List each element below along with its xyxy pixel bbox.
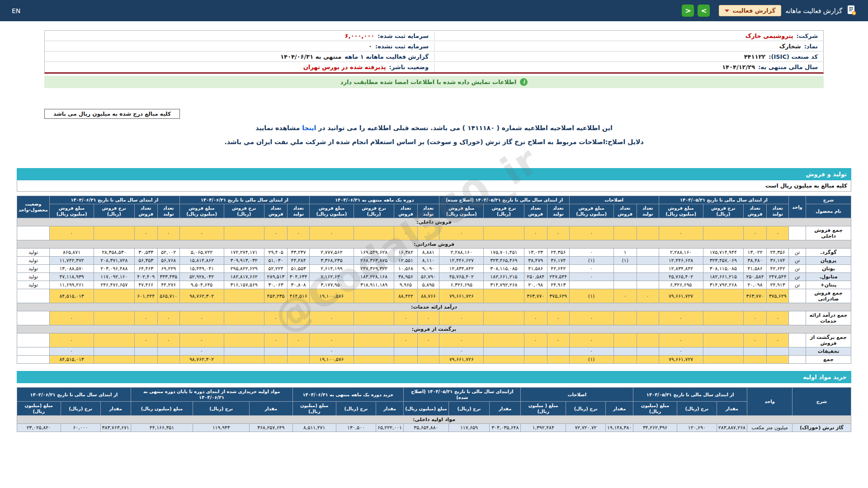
column-header: مبلغ فروش (میلیون ریال) <box>50 204 94 218</box>
value-cell: ۱۸۲,۶۶۱,۲۱۵ <box>703 273 743 281</box>
info-row: سال مالی منتهی به:۱۴۰۴/۱۲/۲۹وضعیت ناشر:پ… <box>45 62 823 72</box>
info-row: شرکت:پتروشیمی خارکسرمایه ثبت شده:۶,۰۰۰,۰… <box>45 31 823 41</box>
value-cell: ۰ <box>569 249 613 257</box>
value-cell: ۰ <box>394 333 417 347</box>
value-cell: ۹۸,۷۶۲,۳۰۲ <box>179 356 224 364</box>
value-cell: ۰ <box>134 333 157 347</box>
report-nav-group: > < <box>682 5 711 17</box>
value-cell: ۱۲,۸۳۴,۸۴۲ <box>439 265 484 273</box>
column-header: مبلغ فروش (میلیون ریال) <box>309 204 354 218</box>
table-row: بوتانتن۴۲,۶۴۲۴۱,۵۸۶۳۰۸,۱۱۵,۰۸۵۱۲,۸۳۴,۸۴۲… <box>17 265 851 273</box>
value-cell: ۴۴,۲۸۴ <box>288 257 310 265</box>
value-cell: ۱۲,۴۴۶,۶۲۷ <box>439 257 484 265</box>
value-cell <box>637 281 659 289</box>
value-cell: ۰ <box>569 265 613 273</box>
value-cell: ۲,۶۱۴,۱۹۹ <box>309 265 354 273</box>
value-cell: ۳۶,۱۷۴ <box>767 257 789 265</box>
value-cell <box>637 311 659 325</box>
value-cell: ۳۳,۲۳۷ <box>288 249 310 257</box>
column-header: تعداد فروش <box>134 204 157 218</box>
value-cell <box>743 347 766 356</box>
value-cell: ۰ <box>157 333 179 347</box>
column-header: تعداد فروش <box>524 204 547 218</box>
value-cell: ۱۸۲,۶۶۱,۲۱۵ <box>484 273 524 281</box>
amendment-note: این اطلاعیه اصلاحیه اطلاعیه شماره ( ۱۴۱۱… <box>0 124 868 131</box>
value-cell: ۴۰۲,۴۰۹ <box>134 273 157 281</box>
value-cell <box>484 333 524 347</box>
column-header: مبلغ فروش (میلیون ریال) <box>569 204 613 218</box>
table-row: پنتان+تن۲۴,۹۱۳۲۰,۰۹۸۳۱۴,۷۹۲,۲۶۸۶,۳۲۶,۶۹۵… <box>17 281 851 289</box>
value-cell: ۰ <box>417 333 439 347</box>
value-cell: ۰ <box>417 311 439 325</box>
value-cell: ۸,۵۱۱,۴۷۱ <box>292 424 336 432</box>
value-cell: ۰ <box>524 333 547 347</box>
value-cell: ۳۸,۴۷۹ <box>524 257 547 265</box>
value-cell <box>613 347 637 356</box>
group-header: از ابتدای سال مالی تا تاریخ ۱۴۰۳/۰۶/۳۱ <box>50 196 180 204</box>
info-cell-left: گزارش فعالیت ماهانه ۱ ماههمنتهی به ۱۴۰۴/… <box>45 52 434 61</box>
table-row: جمع فروش داخلی۰۰۰۰۰۰۰۰۰۰۰۰۰۰۰۰ <box>17 226 851 240</box>
language-toggle-en[interactable]: EN <box>12 7 20 14</box>
value-cell: ۱۶,۳۸۲ <box>394 249 417 257</box>
previous-report-button[interactable]: < <box>682 5 694 17</box>
value-cell <box>767 356 789 364</box>
row-label: گاز ترش (خوراک) <box>793 424 851 432</box>
value-cell <box>394 356 417 364</box>
header-row-columns: نام محصولتعداد تولیدتعداد فروشنرخ فروش (… <box>17 204 851 218</box>
value-cell: ۰ <box>767 333 789 347</box>
value-cell <box>224 226 264 240</box>
value-cell: (۱) <box>569 289 613 303</box>
table-row: جمع برگشت از فروش۰۰۰۰۰۰۰۰۰۰۰۰۰۰۰۰ <box>17 333 851 347</box>
column-header: نرخ (ریال) <box>61 402 100 416</box>
value-cell <box>637 347 659 356</box>
status-cell <box>17 311 50 325</box>
amendment-text-pre: این اطلاعیه اصلاحیه اطلاعیه شماره ( ۱۴۱۱… <box>318 124 613 131</box>
previous-version-link[interactable]: اینجا <box>302 124 316 131</box>
value-cell: ۰ <box>288 226 310 240</box>
value-cell: ۰ <box>547 311 569 325</box>
value-cell: ۱۰,۵۶۸ <box>394 265 417 273</box>
info-value: ۴۴۱۱۲۲ <box>744 53 766 60</box>
row-label: جمع فروش صادراتی <box>806 289 851 303</box>
value-cell <box>637 249 659 257</box>
chevron-down-icon <box>725 9 729 12</box>
value-cell: ۶۹,۲۲۹ <box>157 265 179 273</box>
value-cell: ۳۰۴,۶۳۴ <box>288 273 310 281</box>
value-cell: ۰ <box>50 333 94 347</box>
column-header: نرخ (ریال) <box>336 402 376 416</box>
column-header: مبلغ (میلیون ریال) <box>633 402 677 416</box>
value-cell <box>703 347 743 356</box>
section-row-label: فروش صادراتی: <box>17 240 851 249</box>
purchase-section-header: خرید مواد اولیه <box>17 371 851 383</box>
tables-area: تولید و فروش کلیه مبالغ به میلیون ریال ا… <box>17 168 851 432</box>
monthly-report-icon[interactable] <box>846 5 856 17</box>
next-report-button[interactable]: > <box>698 5 710 17</box>
report-type-dropdown[interactable]: گزارش فعالیت <box>719 5 781 16</box>
value-cell: ۴۲,۶۴۲ <box>767 265 789 273</box>
row-label: متانول. <box>806 273 851 281</box>
value-cell: ۷۹,۶۶۱,۷۲۷ <box>659 356 703 364</box>
value-cell: ۳۵,۶۵۴,۸۸۰ <box>404 424 448 432</box>
section-row-label: برگشت از فروش: <box>17 325 851 333</box>
value-cell: ۰ <box>179 333 224 347</box>
value-cell: ۳۱۶,۱۵۷,۵۶۹ <box>224 281 264 289</box>
value-cell <box>354 347 394 356</box>
value-cell: ۱۲۰,۶۹۰ <box>677 424 717 432</box>
value-cell: ۷۹,۶۶۱,۷۲۶ <box>439 356 484 364</box>
value-cell: ۳۰,۵۳۳ <box>134 249 157 257</box>
column-header: مبلغ فروش (میلیون ریال) <box>179 204 224 218</box>
value-cell <box>524 356 547 364</box>
value-cell <box>569 281 613 289</box>
value-cell: ۹۸,۷۶۲,۳۰۲ <box>179 289 224 303</box>
value-cell: ۱۷۲,۲۷۴,۱۷۱ <box>224 249 264 257</box>
value-cell: ۱۱,۶۹۹,۲۶۱ <box>50 281 94 289</box>
value-cell: ۲۹۵,۸۲۲,۶۲۹ <box>224 265 264 273</box>
value-cell <box>637 257 659 265</box>
info-label: نماد: <box>804 43 818 50</box>
status-cell: تولید <box>17 265 50 273</box>
value-cell: ۲۸۳,۸۸۷,۲۶۸ <box>717 424 747 432</box>
column-header: تعداد تولید <box>637 204 659 218</box>
table-row: تخفیفات۰۰۰۰۰۰ <box>17 347 851 356</box>
group-header: دوره یک ماهه منتهی به ۱۴۰۴/۰۶/۳۱ <box>309 196 439 204</box>
value-cell: ۰ <box>134 311 157 325</box>
